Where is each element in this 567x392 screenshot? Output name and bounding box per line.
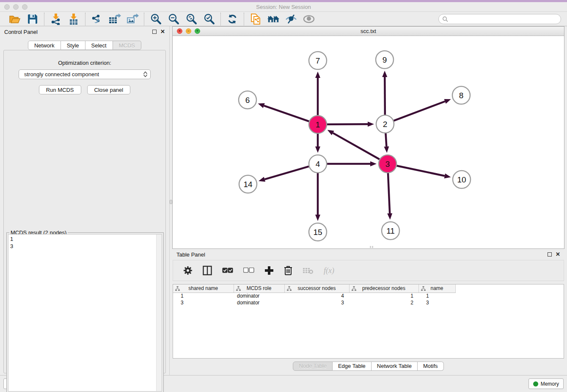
tab-select[interactable]: Select <box>85 41 113 50</box>
column-header-successor-nodes[interactable]: successor nodes <box>284 284 349 293</box>
function-builder-icon: f(x) <box>324 266 334 275</box>
float-table-panel-icon[interactable] <box>548 252 552 257</box>
edge-3-10[interactable] <box>397 166 445 176</box>
edge-3-11[interactable] <box>388 173 390 213</box>
open-session-icon[interactable] <box>8 13 21 25</box>
export-network-icon[interactable] <box>91 13 103 25</box>
network-window-titlebar[interactable]: × − + scc.txt <box>173 27 564 36</box>
table-row[interactable]: 1dominator411 <box>173 293 455 299</box>
network-maximize-icon[interactable]: + <box>195 28 200 34</box>
cell[interactable]: 1 <box>349 293 418 299</box>
export-table-icon[interactable] <box>108 13 121 25</box>
tab-style[interactable]: Style <box>61 41 85 50</box>
network-window-title: scc.txt <box>173 28 564 34</box>
import-network-icon[interactable] <box>50 13 62 25</box>
mcds-result-text[interactable]: 1 3 <box>8 235 156 391</box>
cell[interactable]: 1 <box>173 293 234 299</box>
zoom-in-icon[interactable] <box>149 13 162 25</box>
refresh-icon[interactable] <box>226 13 239 25</box>
network-close-icon[interactable]: × <box>177 28 182 34</box>
node-label-10: 10 <box>457 175 466 184</box>
settings-gear-icon[interactable] <box>183 266 193 275</box>
node-label-4: 4 <box>316 160 320 168</box>
zoom-fit-icon[interactable] <box>185 13 198 25</box>
toolbar-search <box>438 14 561 24</box>
column-header-MCDS-role[interactable]: MCDS role <box>234 284 284 293</box>
network-graph[interactable]: 7968124314101511 <box>173 36 564 248</box>
table-row[interactable]: 3dominator323 <box>173 299 455 306</box>
edge-arrowhead <box>315 215 320 221</box>
edge-arrowhead <box>370 161 377 166</box>
mcds-result-group: MCDS result (2 nodes) 1 3 <box>6 232 164 392</box>
cell[interactable]: dominator <box>234 293 284 299</box>
edge-2-8[interactable] <box>394 101 445 121</box>
close-panel-button[interactable]: Close panel <box>87 85 131 94</box>
close-table-panel-icon[interactable]: ✕ <box>556 252 560 257</box>
cell[interactable]: 1 <box>418 293 455 299</box>
search-field[interactable] <box>438 14 561 24</box>
run-mcds-button[interactable]: Run MCDS <box>39 85 81 94</box>
hide-eye-icon[interactable] <box>285 13 297 25</box>
tab-network-table[interactable]: Network Table <box>372 362 418 371</box>
edge-2-3[interactable] <box>385 133 386 146</box>
import-table-icon[interactable] <box>67 13 80 25</box>
tab-network[interactable]: Network <box>28 41 61 50</box>
table-panel-title: Table Panel <box>176 251 205 258</box>
tab-edge-table[interactable]: Edge Table <box>333 362 372 371</box>
tab-node-table[interactable]: Node Table <box>293 362 333 371</box>
export-image-icon[interactable] <box>126 13 139 25</box>
cell[interactable]: 2 <box>349 299 418 306</box>
optimization-criterion-select[interactable]: strongly connected component <box>19 69 151 79</box>
edge-4-14[interactable] <box>264 166 309 179</box>
splitter-grip[interactable] <box>170 200 172 204</box>
network-canvas[interactable]: 7968124314101511 <box>173 36 564 248</box>
zoom-selected-icon[interactable] <box>203 13 215 25</box>
column-header-predecessor-nodes[interactable]: predecessor nodes <box>349 284 418 293</box>
cell[interactable]: 3 <box>284 299 349 306</box>
app-titlebar: Session: New Session <box>0 2 567 12</box>
panel-splitter[interactable] <box>169 26 172 375</box>
network-minimize-icon[interactable]: − <box>186 28 191 34</box>
edge-arrowhead <box>382 71 387 77</box>
memory-button[interactable]: Memory <box>528 378 564 389</box>
delete-column-icon[interactable] <box>284 265 292 276</box>
deselect-all-icon[interactable] <box>243 268 254 273</box>
edge-1-2[interactable] <box>327 124 368 124</box>
close-panel-icon[interactable]: ✕ <box>160 30 165 34</box>
optimization-criterion-value: strongly connected component <box>24 71 142 77</box>
node-label-9: 9 <box>383 55 387 64</box>
cell[interactable]: 3 <box>173 299 234 306</box>
column-header-name[interactable]: name <box>418 284 455 293</box>
add-column-icon[interactable] <box>264 266 274 275</box>
edge-1-6[interactable] <box>264 106 309 121</box>
optimization-criterion-label: Optimization criterion: <box>4 60 165 66</box>
home-icon[interactable] <box>267 13 280 25</box>
node-table-area[interactable]: shared nameMCDS rolesuccessor nodesprede… <box>173 284 564 359</box>
edge-arrowhead <box>258 103 265 108</box>
edge-2-9[interactable] <box>385 77 385 115</box>
cell[interactable]: 4 <box>284 293 349 299</box>
search-input[interactable] <box>448 16 557 22</box>
zoom-out-icon[interactable] <box>167 13 180 25</box>
column-header-shared-name[interactable]: shared name <box>173 284 234 293</box>
edge-arrowhead <box>444 174 451 179</box>
float-panel-icon[interactable] <box>152 30 157 34</box>
edge-arrowhead <box>384 146 389 153</box>
horizontal-splitter-grip[interactable] <box>369 246 374 248</box>
column-layout-icon[interactable] <box>203 265 212 276</box>
save-session-icon[interactable] <box>26 13 39 25</box>
cell[interactable]: dominator <box>234 299 284 306</box>
cell[interactable]: 3 <box>418 299 455 306</box>
window-title: Session: New Session <box>0 4 567 10</box>
edge-arrowhead <box>328 130 334 135</box>
node-label-6: 6 <box>245 96 250 105</box>
result-scrollbar[interactable] <box>156 235 162 391</box>
select-all-checked-icon[interactable] <box>222 268 233 273</box>
tab-mcds[interactable]: MCDS <box>113 41 141 50</box>
edge-3-1[interactable] <box>333 133 380 159</box>
edge-arrowhead <box>444 99 451 104</box>
node-label-2: 2 <box>383 120 388 129</box>
duplicate-network-icon[interactable] <box>249 13 262 25</box>
tab-motifs[interactable]: Motifs <box>418 362 444 371</box>
show-eye-icon[interactable] <box>303 13 315 25</box>
